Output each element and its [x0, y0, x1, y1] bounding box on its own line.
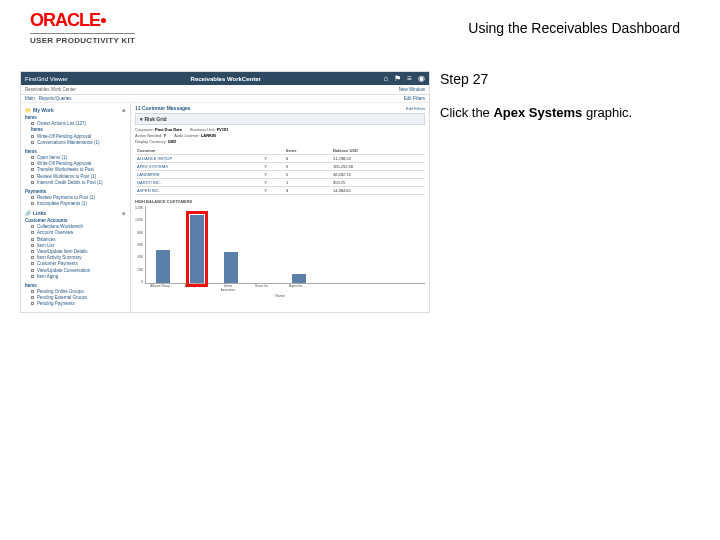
checkbox-icon[interactable] [31, 302, 34, 305]
checkbox-icon[interactable] [31, 202, 34, 205]
left-nav: 📁 My Work ⚙ Items Owner Actions List (12… [21, 103, 131, 312]
nav-link[interactable]: Review Workitems to Post (1) [37, 174, 96, 179]
checkbox-icon[interactable] [31, 196, 34, 199]
nav-link[interactable]: Interunit Credit Debits to Post (1) [37, 180, 103, 185]
cell-flag: Y [262, 163, 284, 171]
new-window-link[interactable]: New Window [399, 87, 425, 92]
links-header[interactable]: 🔗 Links ⚙ [25, 210, 126, 216]
tab-main[interactable]: Main [25, 96, 35, 101]
step-prefix: Click the [440, 105, 493, 120]
table-row[interactable]: ASPEN INC.Y314,384.65 [135, 187, 425, 195]
nav-section-items: Items [25, 115, 126, 120]
filter-value: LARKIN [201, 133, 216, 138]
cell-items: 3 [284, 187, 331, 195]
nav-link[interactable]: View/Update Item Details [37, 249, 87, 254]
chart-y-ticks: 120K100K80K60K40K20K0 [135, 206, 145, 284]
nav-link[interactable]: Items [31, 127, 43, 132]
checkbox-icon[interactable] [31, 290, 34, 293]
nav-link[interactable]: Open Items (1) [37, 155, 67, 160]
cell-customer[interactable]: APEX SYSTEMS [135, 163, 262, 171]
chart-bar-apex-systems[interactable] [186, 215, 208, 283]
nav-link[interactable]: Pending Payments [37, 301, 75, 306]
gear-icon[interactable]: ⚙ [122, 108, 126, 113]
link-icon: 🔗 [25, 210, 31, 216]
chart-container: High Balance Customers 120K100K80K60K40K… [135, 199, 425, 298]
mywork-header[interactable]: 📁 My Work ⚙ [25, 107, 126, 113]
cell-customer[interactable]: ALLIANCE GROUP [135, 155, 262, 163]
nav-link[interactable]: Item Activity Summary [37, 255, 82, 260]
checkbox-icon[interactable] [31, 296, 34, 299]
chart-x-tick: Aspen Inc. [285, 284, 307, 292]
nav-item: Interunit Credit Debits to Post (1) [31, 180, 126, 185]
cell-balance: 105,292.90 [331, 163, 425, 171]
nav-item: Item List [31, 243, 126, 248]
nav-link[interactable]: Owner Actions List (127) [37, 121, 86, 126]
home-icon[interactable]: ⌂ [383, 74, 388, 83]
nav-link[interactable]: Item Aging [37, 274, 58, 279]
checkbox-icon[interactable] [31, 250, 34, 253]
chart-bar[interactable] [152, 250, 174, 283]
edit-filters-link[interactable]: Edit Filters [404, 96, 425, 101]
upk-label: USER PRODUCTIVITY KIT [30, 33, 135, 45]
checkbox-icon[interactable] [31, 244, 34, 247]
table-row[interactable]: LANDMOREY546,932.74 [135, 171, 425, 179]
checkbox-icon[interactable] [31, 256, 34, 259]
checkbox-icon[interactable] [31, 225, 34, 228]
nav-link[interactable]: Conversations Maintenance (1) [37, 140, 100, 145]
menu-icon[interactable]: ≡ [407, 74, 412, 83]
nav-link[interactable]: Account Overview [37, 230, 73, 235]
nav-link[interactable]: Item List [37, 243, 54, 248]
oracle-logo-block: ORACLE USER PRODUCTIVITY KIT [30, 10, 135, 45]
cell-customer[interactable]: GARCO INC. [135, 179, 262, 187]
table-row[interactable]: GARCO INC.Y1359.25 [135, 179, 425, 187]
tab-reports[interactable]: Reports/Queries [39, 96, 72, 101]
nav-item: Review Payments to Post (2) [31, 195, 126, 200]
cell-items: 9 [284, 163, 331, 171]
nav-link[interactable]: Review Payments to Post (2) [37, 195, 95, 200]
checkbox-icon[interactable] [31, 238, 34, 241]
chart-bar[interactable] [288, 274, 310, 283]
checkbox-icon[interactable] [31, 269, 34, 272]
chart-x-axis-label: Name [135, 294, 425, 298]
user-icon[interactable]: ◉ [418, 74, 425, 83]
table-row[interactable]: APEX SYSTEMSY9105,292.90 [135, 163, 425, 171]
checkbox-icon[interactable] [31, 175, 34, 178]
nav-link[interactable]: Write-Off Pending Approval [37, 161, 91, 166]
checkbox-icon[interactable] [31, 275, 34, 278]
chart-plot [145, 206, 425, 284]
table-header [262, 147, 284, 155]
gear-icon[interactable]: ⚙ [122, 211, 126, 216]
nav-link[interactable]: Incomplete Payments (1) [37, 201, 87, 206]
accordion-risk-grid[interactable]: ▾ Risk Grid [135, 113, 425, 125]
nav-link[interactable]: Collections Workbench [37, 224, 83, 229]
cell-flag: Y [262, 171, 284, 179]
checkbox-icon[interactable] [31, 231, 34, 234]
checkbox-icon[interactable] [31, 181, 34, 184]
nav-link[interactable]: Balances [37, 237, 56, 242]
titlebar-left: FirstGrid Viewer [25, 76, 68, 82]
table-row[interactable]: ALLIANCE GROUPY651,238.53 [135, 155, 425, 163]
cell-customer[interactable]: LANDMORE [135, 171, 262, 179]
checkbox-icon[interactable] [31, 262, 34, 265]
nav-link[interactable]: Transfer Worksheets to Post [37, 167, 94, 172]
chart-bar[interactable] [220, 252, 242, 283]
nav-link[interactable]: Pending External Groups [37, 295, 87, 300]
links-label: Links [33, 210, 46, 216]
nav-link[interactable]: Customer Payments [37, 261, 78, 266]
nav-item: Write-Off Pending Approval [31, 161, 126, 166]
nav-link[interactable]: View/Update Conversation [37, 268, 90, 273]
edit-filters-button[interactable]: Edit Filters [406, 106, 425, 111]
checkbox-icon[interactable] [31, 168, 34, 171]
checkbox-icon[interactable] [31, 141, 34, 144]
folder-icon: 📁 [25, 107, 31, 113]
checkbox-icon[interactable] [31, 156, 34, 159]
nav-link[interactable]: Write-Off Pending Approval [37, 134, 91, 139]
nav-link[interactable]: Pending Online Groups [37, 289, 84, 294]
flag-icon[interactable]: ⚑ [394, 74, 401, 83]
nav-item: Account Overview [31, 230, 126, 235]
cell-customer[interactable]: ASPEN INC. [135, 187, 262, 195]
checkbox-icon[interactable] [31, 162, 34, 165]
table-header: Customer [135, 147, 262, 155]
checkbox-icon[interactable] [31, 122, 34, 125]
checkbox-icon[interactable] [31, 135, 34, 138]
